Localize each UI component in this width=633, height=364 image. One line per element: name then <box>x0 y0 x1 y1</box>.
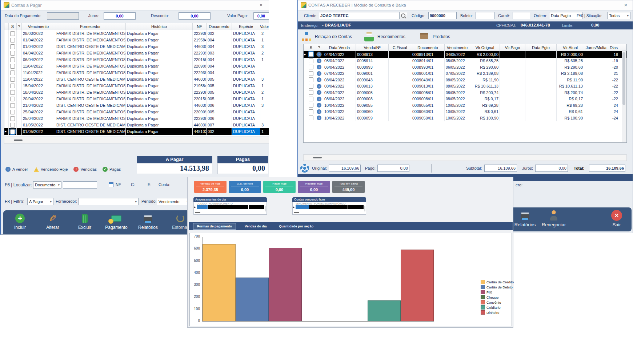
col-valor[interactable]: Valor <box>260 23 269 30</box>
mini-scroll-thumb[interactable] <box>294 212 299 213</box>
col-nf[interactable]: NF <box>193 23 207 30</box>
juros-field[interactable] <box>104 12 136 20</box>
payable-row[interactable]: 11/04/2022 DIST. CENTRO OESTE DE MEDICAM… <box>4 76 269 82</box>
payable-row[interactable]: 04/04/2022 FARMIX DISTR. DE MEDICAMENTOS… <box>4 50 269 56</box>
search-button[interactable] <box>399 12 407 19</box>
action-button[interactable]: Produtos <box>419 31 450 42</box>
payable-row[interactable]: 06/04/2022 FARMIX DISTR. DE MEDICAMENTOS… <box>4 56 269 63</box>
vertical-scrollbar[interactable] <box>622 50 626 142</box>
row-checkbox[interactable] <box>9 96 17 102</box>
mini-scroll-thumb[interactable] <box>195 212 200 213</box>
nf-icon[interactable] <box>109 182 113 187</box>
col-data-pgto[interactable]: Data Pgto <box>525 44 557 51</box>
payable-row[interactable]: 20/04/2022 FARMIX DISTR. DE MEDICAMENTOS… <box>4 96 269 102</box>
row-checkbox[interactable] <box>9 43 17 50</box>
col-s[interactable]: S <box>307 44 315 51</box>
col-especie[interactable]: Espécie <box>232 23 260 30</box>
col-vlr-original[interactable]: Vlr.Orignal <box>470 44 500 51</box>
payable-row[interactable]: 25/04/2022 FARMIX DISTR. DE MEDICAMENTOS… <box>4 115 269 122</box>
localizar-field-select[interactable]: Documento <box>33 181 61 189</box>
col-vlr-pago[interactable]: Vlr.Pago <box>500 44 525 51</box>
receivable-row[interactable]: 08/04/2022 0009008 0009008/01 08/05/2022… <box>304 96 626 102</box>
toolbar-button[interactable]: Incluir <box>7 213 33 230</box>
payable-row[interactable]: 11/04/2022 FARMIX DISTR. DE MEDICAMENTOS… <box>4 69 269 76</box>
receivable-row[interactable]: 04/04/2022 0008913 0008913/01 04/05/2022… <box>304 51 626 58</box>
gear-icon[interactable] <box>300 164 309 173</box>
row-info-icon[interactable] <box>315 64 323 70</box>
row-checkbox[interactable] <box>9 56 17 63</box>
receivable-row[interactable]: 08/04/2022 0009005 0009005/01 08/05/2022… <box>304 89 626 96</box>
data-pagamento-field[interactable] <box>47 12 79 20</box>
col-vlr-atual[interactable]: Vlr.Atual <box>557 44 584 51</box>
horizontal-scrollbar[interactable] <box>4 137 269 143</box>
col-historico[interactable]: Histórico <box>126 23 193 30</box>
close-icon[interactable]: × <box>622 2 629 8</box>
col-q[interactable]: ? <box>315 44 323 51</box>
payable-row[interactable]: 28/03/2022 FARMIX DISTR. DE MEDICAMENTOS… <box>4 30 269 37</box>
row-info-icon[interactable] <box>315 96 323 102</box>
action-button[interactable]: Relação de Contas <box>301 31 352 42</box>
row-checkbox[interactable] <box>9 63 17 69</box>
juros-field[interactable] <box>535 165 568 172</box>
filtro-select[interactable]: A Pagar <box>27 198 53 205</box>
receivables-table[interactable]: S ? Data Venda Venda/Nº C.Fiscal Documen… <box>303 44 627 143</box>
row-checkbox[interactable] <box>307 83 315 90</box>
toolbar-button[interactable]: Renegociar <box>541 210 567 227</box>
col-q[interactable]: ? <box>17 23 22 30</box>
toolbar-button[interactable]: Relatórios <box>512 210 538 227</box>
row-checkbox[interactable] <box>307 58 315 64</box>
col-venda-no[interactable]: Venda/Nº <box>356 44 389 51</box>
row-info-icon[interactable] <box>315 115 323 121</box>
col-vencimento[interactable]: Vencimento <box>22 23 55 30</box>
row-checkbox[interactable] <box>307 89 315 96</box>
row-info-icon[interactable] <box>315 70 323 77</box>
fornecedor-select[interactable] <box>78 198 139 205</box>
chart-tab[interactable]: Formas de pagamento <box>193 223 236 230</box>
row-checkbox[interactable] <box>9 37 17 43</box>
row-checkbox[interactable] <box>9 76 17 82</box>
col-s[interactable]: S <box>9 23 17 30</box>
desconto-field[interactable] <box>179 12 211 20</box>
situacao-select[interactable]: Todas <box>607 12 630 19</box>
payable-row[interactable]: 18/04/2022 FARMIX DISTR. DE MEDICAMENTOS… <box>4 89 269 96</box>
col-cfiscal[interactable]: C.Fiscal <box>389 44 411 51</box>
col-dias[interactable]: Dias <box>608 44 619 51</box>
original-field[interactable] <box>329 165 361 172</box>
receivable-row[interactable]: 07/04/2022 0009001 0009001/01 07/05/2022… <box>304 70 626 77</box>
row-checkbox[interactable] <box>307 102 315 109</box>
col-juros-multa[interactable]: Juros/Multa <box>584 44 608 51</box>
row-checkbox[interactable] <box>307 109 315 115</box>
row-info-icon[interactable] <box>315 83 323 90</box>
total-field[interactable] <box>589 165 625 172</box>
payable-row[interactable]: 01/05/2022 DIST. CENTRO OESTE DE MEDICAM… <box>4 122 269 128</box>
col-fornecedor[interactable]: Fornecedor <box>55 23 126 30</box>
row-checkbox[interactable] <box>9 122 17 128</box>
col-vencimento[interactable]: Vencimento <box>445 44 470 51</box>
row-checkbox[interactable] <box>9 109 17 115</box>
payable-row[interactable]: 11/04/2022 FARMIX DISTR. DE MEDICAMENTOS… <box>4 63 269 69</box>
row-checkbox[interactable] <box>9 69 17 76</box>
close-icon[interactable]: × <box>258 2 264 8</box>
titlebar[interactable]: Contas a Pagar × <box>1 0 269 11</box>
mini-vscrollbar[interactable] <box>364 206 365 211</box>
row-info-icon[interactable] <box>315 102 323 109</box>
col-data-venda[interactable]: Data Venda <box>323 44 356 51</box>
toolbar-button[interactable]: Relatórios <box>135 213 161 230</box>
row-checkbox[interactable] <box>307 51 315 58</box>
row-checkbox[interactable] <box>307 77 315 83</box>
row-info-icon[interactable] <box>315 77 323 83</box>
payable-row[interactable]: 01/04/2022 DIST. CENTRO OESTE DE MEDICAM… <box>4 43 269 50</box>
carne-field[interactable] <box>513 12 530 19</box>
receivable-row[interactable]: 08/04/2022 0009013 0009013/01 08/05/2022… <box>304 83 626 90</box>
mini-vscrollbar[interactable] <box>265 206 266 211</box>
horizontal-scrollbar[interactable] <box>303 154 627 161</box>
cliente-field[interactable] <box>319 12 399 19</box>
payable-row[interactable]: 01/04/2022 FARMIX DISTR. DE MEDICAMENTOS… <box>4 37 269 43</box>
receivable-row[interactable]: 08/04/2022 0009043 0009043/01 08/05/2022… <box>304 77 626 83</box>
payable-row[interactable]: 15/04/2022 FARMIX DISTR. DE MEDICAMENTOS… <box>4 82 269 89</box>
toolbar-button[interactable]: Excluir <box>72 213 98 230</box>
localizar-input[interactable] <box>63 181 97 189</box>
boleto-field[interactable] <box>476 12 494 19</box>
row-checkbox[interactable] <box>9 82 17 89</box>
row-checkbox[interactable] <box>9 30 17 37</box>
